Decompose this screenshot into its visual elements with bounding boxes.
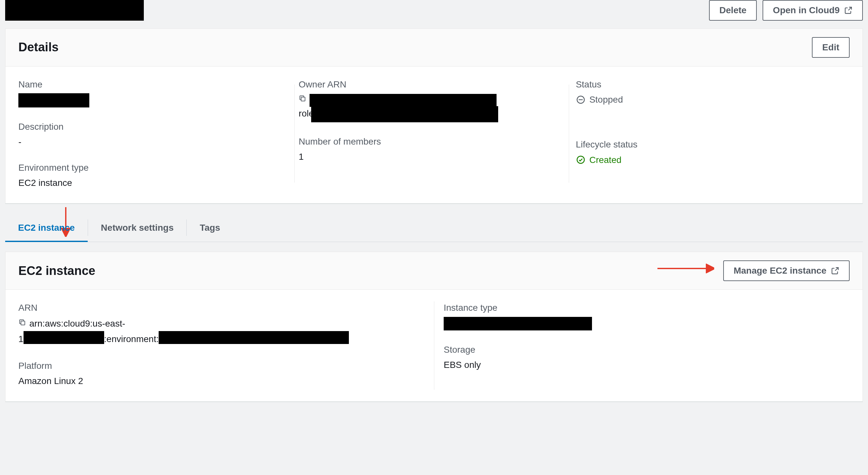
- external-link-icon: [844, 6, 852, 14]
- owner-arn-line2-redacted: [311, 106, 498, 122]
- tabs: EC2 instance Network settings Tags: [5, 214, 863, 242]
- svg-rect-0: [301, 97, 305, 101]
- platform-value: Amazon Linux 2: [19, 375, 434, 387]
- tab-network-settings[interactable]: Network settings: [88, 214, 187, 242]
- arn-label: ARN: [19, 301, 434, 314]
- lifecycle-label: Lifecycle status: [576, 138, 849, 151]
- open-cloud9-label: Open in Cloud9: [773, 5, 840, 16]
- name-value-redacted: [19, 93, 89, 108]
- name-label: Name: [19, 78, 296, 91]
- annotation-arrow-right: [656, 264, 714, 273]
- tab-network-label: Network settings: [101, 222, 174, 233]
- arn-redacted-1: [24, 331, 104, 344]
- ec2-col-1: ARN arn:aws:cloud9:us-east- 1:environmen…: [19, 301, 434, 387]
- instance-type-label: Instance type: [444, 301, 849, 314]
- members-label: Number of members: [299, 135, 572, 148]
- status-value: Stopped: [589, 93, 623, 106]
- instance-type-redacted: [444, 317, 592, 330]
- tab-tags[interactable]: Tags: [187, 214, 233, 242]
- ec2-panel-title: EC2 instance: [19, 262, 95, 279]
- page-title-redacted: [5, 0, 144, 21]
- top-actions: Delete Open in Cloud9: [709, 0, 863, 21]
- details-panel: Details Edit Name Descript: [5, 28, 863, 204]
- platform-label: Platform: [19, 359, 434, 372]
- arn-line2-prefix: 1: [19, 334, 24, 344]
- members-value: 1: [299, 150, 572, 163]
- arn-prefix: arn:aws:cloud9:us-east-: [29, 319, 125, 328]
- stopped-icon: [576, 95, 586, 105]
- check-circle-icon: [576, 155, 586, 165]
- tab-tags-label: Tags: [199, 222, 220, 233]
- tab-ec2-label: EC2 instance: [18, 222, 75, 233]
- lifecycle-value: Created: [589, 154, 622, 166]
- manage-ec2-label: Manage EC2 instance: [734, 266, 827, 276]
- copy-icon[interactable]: [299, 94, 306, 102]
- copy-icon[interactable]: [19, 319, 26, 326]
- details-col-2: Owner ARN role: [296, 78, 572, 189]
- description-label: Description: [19, 120, 296, 133]
- external-link-icon: [831, 267, 839, 275]
- edit-button-label: Edit: [822, 42, 839, 53]
- delete-button-label: Delete: [719, 5, 746, 16]
- storage-label: Storage: [444, 343, 849, 356]
- ec2-panel: EC2 instance Manage EC2 instance: [5, 252, 863, 402]
- edit-button[interactable]: Edit: [812, 37, 849, 58]
- ec2-col-2: Instance type Storage EBS only: [434, 301, 849, 387]
- details-title: Details: [19, 39, 59, 56]
- arn-line2-mid: :environment:: [104, 334, 159, 344]
- description-value: -: [19, 136, 296, 148]
- svg-rect-6: [21, 321, 25, 325]
- env-type-label: Environment type: [19, 161, 296, 174]
- manage-ec2-button[interactable]: Manage EC2 instance: [723, 260, 849, 281]
- status-label: Status: [576, 78, 849, 91]
- owner-arn-label: Owner ARN: [299, 78, 572, 91]
- open-cloud9-button[interactable]: Open in Cloud9: [763, 0, 863, 21]
- storage-value: EBS only: [444, 358, 849, 371]
- env-type-value: EC2 instance: [19, 177, 296, 189]
- tab-ec2-instance[interactable]: EC2 instance: [5, 214, 88, 242]
- delete-button[interactable]: Delete: [709, 0, 757, 21]
- details-col-3: Status Stopped Lifecycle status: [572, 78, 849, 189]
- arn-redacted-2: [159, 331, 349, 344]
- details-col-1: Name Description - Environment type EC2 …: [19, 78, 296, 189]
- owner-arn-line1-redacted: [310, 94, 497, 107]
